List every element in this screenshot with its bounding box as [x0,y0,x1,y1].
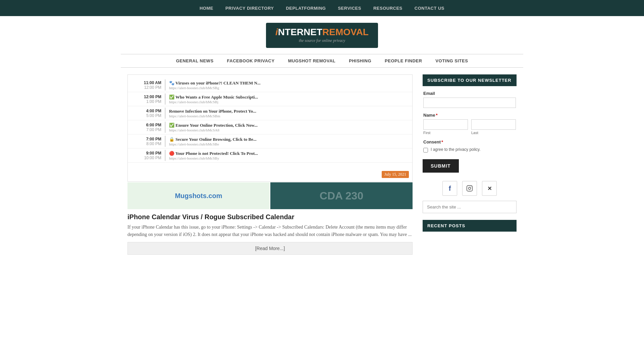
first-name-field: First [423,119,468,135]
email-input[interactable] [423,98,516,108]
calendar-screenshot: 11:00 AM 12:00 PM 🐾 Viruses on your iPho… [128,75,412,181]
calendar-row: 7:00 PM 8:00 PM 🔒 Secure Your Online Bro… [128,134,412,148]
name-row: First Last [423,119,516,135]
cal-url: https://alert-booster.club/hMcSBg [169,86,409,90]
top-nav-item-services[interactable]: SERVICES [332,0,367,16]
consent-group: Consent* I agree to the privacy policy. [423,139,517,153]
last-sublabel: Last [471,131,516,135]
cal-url: https://alert-booster.club/hMcSBy [169,156,409,160]
cal-url: https://alert-booster.club/hMcSBj [169,100,409,104]
content-area: 11:00 AM 12:00 PM 🐾 Viruses on your iPho… [127,74,413,265]
top-navigation: HOMEPRIVACY DIRECTORYDEPLATFORMINGSERVIC… [0,0,644,16]
cal-title: ✅ Ensure Your Online Protection, Click N… [169,123,409,128]
cal-title: 🔒 Secure Your Online Browsing, Click to … [169,137,409,142]
facebook-icon[interactable]: f [442,181,457,196]
top-nav-item-resources[interactable]: RESOURCES [367,0,409,16]
logo-internet: NTERNET [278,27,322,37]
sidebar: SUBSCRIBE TO OUR NEWSLETTER Email Name* … [423,74,517,265]
newsletter-heading: SUBSCRIBE TO OUR NEWSLETTER [423,74,517,86]
cal-url: https://alert-booster.club/hMcSBm [169,114,409,118]
cal-title: 🐾 Viruses on your iPhone?! CLEAN THEM N.… [169,80,409,86]
cal-url: https://alert-booster.club/hMcSA8 [169,128,409,132]
last-name-field: Last [471,119,516,135]
submit-button[interactable]: SUBMIT [423,159,459,173]
cal-content: ✅ Who Wants a Free Apple Music Subscript… [166,92,412,106]
top-nav-item-home[interactable]: HOME [194,0,219,16]
cal-content: 🔒 Secure Your Online Browsing, Click to … [166,134,412,148]
logo-removal: REMOVAL [322,27,369,37]
site-logo: iNTERNETREMOVAL the source for online pr… [266,23,378,48]
first-sublabel: First [423,131,468,135]
calendar-row: 4:00 PM 5:00 PM Remove Infection on Your… [128,106,412,120]
top-nav-item-contact-us[interactable]: CONTACT US [409,0,450,16]
name-label: Name* [423,113,516,118]
date-badge: July 15, 2021 [382,171,409,178]
sec-nav-item-voting-sites[interactable]: VOTING SITES [429,54,475,67]
cda-image: CDA 230 [270,182,413,209]
email-label: Email [423,91,516,96]
last-name-input[interactable] [471,119,516,130]
cal-content: 🔴 Your Phone is not Protected! Click To … [166,148,412,162]
cal-content: ✅ Ensure Your Online Protection, Click N… [166,120,412,134]
consent-checkbox[interactable] [423,148,428,153]
cal-content: 🐾 Viruses on your iPhone?! CLEAN THEM N.… [166,78,412,92]
cal-title: ✅ Who Wants a Free Apple Music Subscript… [169,95,409,100]
svg-rect-0 [467,186,473,191]
article-image: 11:00 AM 12:00 PM 🐾 Viruses on your iPho… [127,74,413,182]
consent-text: I agree to the privacy policy. [431,147,481,152]
svg-point-1 [469,187,471,190]
name-group: Name* First Last [423,113,517,135]
logo-i: i [275,27,278,37]
bottom-images-row: Mugshots.com CDA 230 [127,182,413,209]
article-title: iPhone Calendar Virus / Rogue Subscribed… [127,213,413,221]
social-icons: f ✕ [423,181,517,196]
main-container: 11:00 AM 12:00 PM 🐾 Viruses on your iPho… [121,68,523,265]
calendar-row: 6:00 PM 7:00 PM ✅ Ensure Your Online Pro… [128,120,412,134]
cal-content: Remove Infection on Your iPhone, Protect… [166,106,412,120]
consent-label: Consent* [423,139,516,144]
logo-area: iNTERNETREMOVAL the source for online pr… [0,16,644,54]
mugshots-logo-text: Mugshots.com [175,192,222,200]
cal-url: https://alert-booster.club/hMcSBe [169,142,409,146]
cal-time: 6:00 PM 7:00 PM [128,120,165,134]
cal-time: 11:00 AM 12:00 PM [128,78,165,92]
logo-tagline: the source for online privacy [299,38,345,43]
sec-nav-item-facebook-privacy[interactable]: FACEBOOK PRIVACY [220,54,281,67]
calendar-row: 12:00 PM 1:00 PM ✅ Who Wants a Free Appl… [128,92,412,106]
sec-nav-item-people-finder[interactable]: PEOPLE FINDER [378,54,429,67]
top-nav-item-deplatforming[interactable]: DEPLATFORMING [280,0,332,16]
sec-nav-item-phishing[interactable]: PHISHING [342,54,378,67]
cal-time: 7:00 PM 8:00 PM [128,134,165,148]
article-excerpt: If your iPhone Calendar has this issue, … [127,224,413,239]
cda-text: CDA 230 [320,190,363,202]
twitter-x-icon[interactable]: ✕ [482,181,497,196]
email-group: Email [423,91,517,108]
search-input[interactable] [423,201,517,213]
sec-nav-item-general-news[interactable]: GENERAL NEWS [169,54,220,67]
cal-time: 4:00 PM 5:00 PM [128,106,165,120]
cal-time: 12:00 PM 1:00 PM [128,92,165,106]
consent-row: I agree to the privacy policy. [423,147,516,153]
first-name-input[interactable] [423,119,468,130]
cal-title: 🔴 Your Phone is not Protected! Click To … [169,151,409,156]
article-card: 11:00 AM 12:00 PM 🐾 Viruses on your iPho… [127,74,413,255]
newsletter-section: SUBSCRIBE TO OUR NEWSLETTER Email Name* … [423,74,517,173]
recent-posts-heading: RECENT POSTS [423,220,517,232]
svg-point-2 [471,187,472,187]
instagram-icon[interactable] [462,181,477,196]
calendar-row: 9:00 PM 10:00 PM 🔴 Your Phone is not Pro… [128,148,412,163]
sec-nav-item-mugshot-removal[interactable]: MUGSHOT REMOVAL [281,54,342,67]
calendar-row: 11:00 AM 12:00 PM 🐾 Viruses on your iPho… [128,78,412,92]
cal-title: Remove Infection on Your iPhone, Protect… [169,109,409,114]
mugshots-image: Mugshots.com [127,182,270,209]
logo-text: iNTERNETREMOVAL [275,27,369,37]
top-nav-item-privacy-directory[interactable]: PRIVACY DIRECTORY [219,0,280,16]
read-more-button[interactable]: [Read More...] [127,242,413,255]
cal-time: 9:00 PM 10:00 PM [128,148,165,162]
